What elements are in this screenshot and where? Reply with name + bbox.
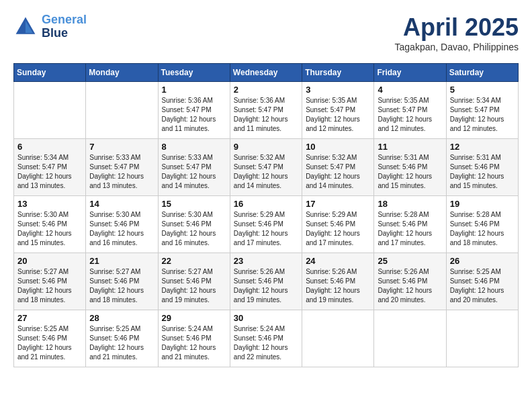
calendar-cell: 1Sunrise: 5:36 AM Sunset: 5:47 PM Daylig… [158,82,230,139]
calendar-table: SundayMondayTuesdayWednesdayThursdayFrid… [13,63,519,367]
day-info: Sunrise: 5:25 AM Sunset: 5:46 PM Dayligh… [89,324,154,362]
day-number: 20 [17,256,82,266]
day-info: Sunrise: 5:26 AM Sunset: 5:46 PM Dayligh… [306,267,370,305]
day-number: 12 [450,142,515,152]
calendar-cell: 4Sunrise: 5:35 AM Sunset: 5:47 PM Daylig… [374,82,446,139]
day-info: Sunrise: 5:32 AM Sunset: 5:47 PM Dayligh… [306,153,370,191]
day-number: 10 [306,142,370,152]
calendar-cell: 12Sunrise: 5:31 AM Sunset: 5:46 PM Dayli… [446,139,518,196]
day-info: Sunrise: 5:30 AM Sunset: 5:46 PM Dayligh… [17,210,82,248]
calendar-cell: 24Sunrise: 5:26 AM Sunset: 5:46 PM Dayli… [302,253,374,310]
day-info: Sunrise: 5:27 AM Sunset: 5:46 PM Dayligh… [162,267,226,305]
calendar-cell: 29Sunrise: 5:24 AM Sunset: 5:46 PM Dayli… [158,310,230,367]
calendar-cell: 14Sunrise: 5:30 AM Sunset: 5:46 PM Dayli… [86,196,158,253]
calendar-week-5: 27Sunrise: 5:25 AM Sunset: 5:46 PM Dayli… [14,310,519,367]
day-info: Sunrise: 5:24 AM Sunset: 5:46 PM Dayligh… [234,324,298,362]
day-info: Sunrise: 5:28 AM Sunset: 5:46 PM Dayligh… [378,210,442,248]
calendar-cell: 11Sunrise: 5:31 AM Sunset: 5:46 PM Dayli… [374,139,446,196]
calendar-week-1: 1Sunrise: 5:36 AM Sunset: 5:47 PM Daylig… [14,82,519,139]
calendar-header-row: SundayMondayTuesdayWednesdayThursdayFrid… [14,64,519,82]
calendar-cell: 21Sunrise: 5:27 AM Sunset: 5:46 PM Dayli… [86,253,158,310]
calendar-cell: 13Sunrise: 5:30 AM Sunset: 5:46 PM Dayli… [14,196,86,253]
day-number: 30 [234,313,298,323]
day-number: 29 [162,313,226,323]
day-info: Sunrise: 5:30 AM Sunset: 5:46 PM Dayligh… [162,210,226,248]
weekday-header-saturday: Saturday [446,64,518,82]
month-title: April 2025 [395,13,519,42]
calendar-cell: 15Sunrise: 5:30 AM Sunset: 5:46 PM Dayli… [158,196,230,253]
weekday-header-wednesday: Wednesday [230,64,302,82]
calendar-cell: 16Sunrise: 5:29 AM Sunset: 5:46 PM Dayli… [230,196,302,253]
day-info: Sunrise: 5:25 AM Sunset: 5:46 PM Dayligh… [450,267,515,305]
day-number: 28 [89,313,154,323]
day-info: Sunrise: 5:34 AM Sunset: 5:47 PM Dayligh… [450,96,515,134]
day-number: 16 [234,199,298,209]
calendar-cell [14,82,86,139]
logo: General Blue [13,13,87,40]
day-number: 17 [306,199,370,209]
calendar-cell: 19Sunrise: 5:28 AM Sunset: 5:46 PM Dayli… [446,196,518,253]
day-number: 9 [234,142,298,152]
calendar-cell: 2Sunrise: 5:36 AM Sunset: 5:47 PM Daylig… [230,82,302,139]
weekday-header-thursday: Thursday [302,64,374,82]
calendar-week-3: 13Sunrise: 5:30 AM Sunset: 5:46 PM Dayli… [14,196,519,253]
calendar-cell: 9Sunrise: 5:32 AM Sunset: 5:47 PM Daylig… [230,139,302,196]
day-number: 11 [378,142,442,152]
day-info: Sunrise: 5:33 AM Sunset: 5:47 PM Dayligh… [162,153,226,191]
day-info: Sunrise: 5:24 AM Sunset: 5:46 PM Dayligh… [162,324,226,362]
day-info: Sunrise: 5:27 AM Sunset: 5:46 PM Dayligh… [17,267,82,305]
calendar-week-2: 6Sunrise: 5:34 AM Sunset: 5:47 PM Daylig… [14,139,519,196]
calendar-cell: 30Sunrise: 5:24 AM Sunset: 5:46 PM Dayli… [230,310,302,367]
day-info: Sunrise: 5:25 AM Sunset: 5:46 PM Dayligh… [17,324,82,362]
logo-text: General Blue [42,13,87,40]
day-info: Sunrise: 5:34 AM Sunset: 5:47 PM Dayligh… [17,153,82,191]
day-info: Sunrise: 5:31 AM Sunset: 5:46 PM Dayligh… [450,153,515,191]
calendar-cell: 20Sunrise: 5:27 AM Sunset: 5:46 PM Dayli… [14,253,86,310]
weekday-header-sunday: Sunday [14,64,86,82]
title-block: April 2025 Tagakpan, Davao, Philippines [395,13,519,52]
day-number: 1 [162,85,226,95]
calendar-cell [86,82,158,139]
day-info: Sunrise: 5:36 AM Sunset: 5:47 PM Dayligh… [162,96,226,134]
calendar-cell: 27Sunrise: 5:25 AM Sunset: 5:46 PM Dayli… [14,310,86,367]
calendar-cell: 23Sunrise: 5:26 AM Sunset: 5:46 PM Dayli… [230,253,302,310]
day-info: Sunrise: 5:26 AM Sunset: 5:46 PM Dayligh… [378,267,442,305]
day-number: 14 [89,199,154,209]
day-number: 22 [162,256,226,266]
day-number: 2 [234,85,298,95]
calendar-body: 1Sunrise: 5:36 AM Sunset: 5:47 PM Daylig… [14,82,519,367]
calendar-cell: 3Sunrise: 5:35 AM Sunset: 5:47 PM Daylig… [302,82,374,139]
calendar-cell: 6Sunrise: 5:34 AM Sunset: 5:47 PM Daylig… [14,139,86,196]
day-number: 7 [89,142,154,152]
calendar-cell: 22Sunrise: 5:27 AM Sunset: 5:46 PM Dayli… [158,253,230,310]
calendar-cell [446,310,518,367]
day-number: 5 [450,85,515,95]
day-info: Sunrise: 5:35 AM Sunset: 5:47 PM Dayligh… [378,96,442,134]
day-number: 19 [450,199,515,209]
calendar-cell [302,310,374,367]
day-number: 27 [17,313,82,323]
weekday-header-friday: Friday [374,64,446,82]
day-number: 25 [378,256,442,266]
page-header: General Blue April 2025 Tagakpan, Davao,… [13,13,519,52]
day-info: Sunrise: 5:30 AM Sunset: 5:46 PM Dayligh… [89,210,154,248]
day-number: 23 [234,256,298,266]
day-info: Sunrise: 5:27 AM Sunset: 5:46 PM Dayligh… [89,267,154,305]
weekday-header-monday: Monday [86,64,158,82]
calendar-cell: 10Sunrise: 5:32 AM Sunset: 5:47 PM Dayli… [302,139,374,196]
calendar-cell: 28Sunrise: 5:25 AM Sunset: 5:46 PM Dayli… [86,310,158,367]
day-number: 15 [162,199,226,209]
calendar-cell: 8Sunrise: 5:33 AM Sunset: 5:47 PM Daylig… [158,139,230,196]
day-number: 24 [306,256,370,266]
calendar-cell: 18Sunrise: 5:28 AM Sunset: 5:46 PM Dayli… [374,196,446,253]
day-info: Sunrise: 5:35 AM Sunset: 5:47 PM Dayligh… [306,96,370,134]
weekday-header-tuesday: Tuesday [158,64,230,82]
day-number: 13 [17,199,82,209]
calendar-cell: 7Sunrise: 5:33 AM Sunset: 5:47 PM Daylig… [86,139,158,196]
day-number: 6 [17,142,82,152]
day-number: 8 [162,142,226,152]
day-info: Sunrise: 5:28 AM Sunset: 5:46 PM Dayligh… [450,210,515,248]
calendar-cell: 25Sunrise: 5:26 AM Sunset: 5:46 PM Dayli… [374,253,446,310]
day-info: Sunrise: 5:26 AM Sunset: 5:46 PM Dayligh… [234,267,298,305]
day-number: 3 [306,85,370,95]
